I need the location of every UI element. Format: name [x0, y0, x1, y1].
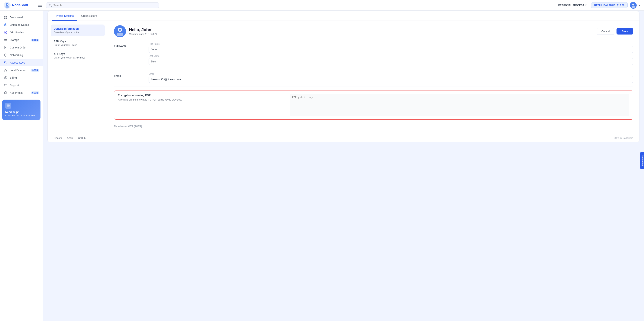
search-container	[46, 3, 159, 8]
email-fields: Email	[148, 73, 633, 83]
general-info-subtitle: Overview of your profile	[54, 31, 102, 34]
sidebar-item-label: Compute Nodes	[10, 23, 29, 26]
svg-rect-32	[4, 84, 7, 86]
svg-rect-8	[4, 16, 6, 17]
profile-info: Hello, John! Member since 11/13/2024	[129, 27, 157, 36]
user-dropdown-chevron-icon[interactable]: ▾	[639, 4, 640, 7]
discord-link[interactable]: Discord	[54, 136, 62, 139]
sidebar-item-load-balancer[interactable]: Load Balancer SOON	[0, 66, 43, 74]
help-card[interactable]: Need help? Check out our documentation	[2, 100, 40, 120]
first-name-group: First Name	[148, 43, 633, 53]
svg-rect-11	[6, 18, 7, 19]
sidebar-item-label: Custom Order	[10, 46, 26, 49]
svg-rect-36	[7, 104, 10, 107]
search-icon	[49, 4, 52, 7]
sidebar-item-access-keys[interactable]: Access Keys	[0, 59, 43, 66]
search-input[interactable]	[53, 4, 156, 7]
first-name-label: First Name	[148, 43, 633, 45]
menu-item-general-info[interactable]: General Information Overview of your pro…	[51, 25, 105, 36]
compute-icon	[4, 23, 8, 27]
email-input[interactable]	[148, 76, 633, 83]
sidebar-item-label: Access Keys	[10, 61, 25, 64]
svg-point-13	[5, 24, 6, 26]
gpu-icon	[4, 31, 8, 34]
cancel-button[interactable]: Cancel	[597, 28, 614, 35]
save-button[interactable]: Save	[616, 28, 633, 35]
tabs-bar: Profile Settings Organizations	[48, 11, 639, 21]
page-footer: Discord X.com GitHub 2024 © NodeShift	[48, 134, 639, 142]
sidebar-item-label: GPU Nodes	[10, 31, 24, 34]
svg-point-7	[632, 6, 635, 8]
pgp-input[interactable]	[290, 94, 629, 116]
refill-balance-button[interactable]: REFILL BALANCE: $10.00	[591, 2, 628, 8]
svg-point-26	[4, 71, 5, 71]
hamburger-button[interactable]	[37, 2, 43, 8]
sidebar-item-storage[interactable]: Storage SOON	[0, 36, 43, 44]
tab-profile-settings[interactable]: Profile Settings	[52, 11, 78, 21]
sidebar-item-gpu-nodes[interactable]: GPU Nodes	[0, 29, 43, 36]
last-name-input[interactable]	[148, 58, 633, 65]
general-info-title: General Information	[54, 27, 102, 30]
networking-icon	[4, 53, 8, 57]
svg-point-40	[116, 33, 123, 36]
full-name-row: Full Name First Name Last Name	[114, 43, 633, 69]
billing-icon: $	[4, 76, 8, 80]
pgp-subtitle: All emails will be encrypted if a PGP pu…	[118, 98, 285, 102]
navbar: NodeShift PERSONAL PROJECT ▾ REFILL BALA…	[0, 0, 644, 11]
copyright: 2024 © NodeShift	[614, 136, 633, 139]
project-chevron-icon: ▾	[585, 4, 586, 7]
sidebar-item-label: Kubernetes	[10, 91, 23, 94]
svg-point-2	[5, 6, 9, 8]
svg-line-28	[4, 70, 6, 71]
sidebar-item-label: Support	[10, 84, 19, 87]
help-icon	[5, 103, 11, 109]
svg-point-25	[5, 69, 6, 70]
sidebar-item-label: Storage	[10, 39, 19, 42]
profile-member-since: Member since 11/13/2024	[129, 33, 157, 36]
github-link[interactable]: GitHub	[78, 136, 86, 139]
logo[interactable]: NodeShift	[4, 2, 34, 9]
sidebar-item-label: Networking	[10, 54, 23, 57]
load-balancer-icon	[4, 68, 8, 72]
api-keys-subtitle: List of your external API keys	[54, 56, 102, 59]
sidebar-item-label: Load Balancer	[10, 69, 27, 72]
right-panel: Hello, John! Member since 11/13/2024 Can…	[108, 21, 639, 132]
project-selector[interactable]: PERSONAL PROJECT ▾	[556, 3, 589, 8]
header-actions: Cancel Save	[597, 28, 633, 35]
content-body: General Information Overview of your pro…	[48, 21, 639, 132]
profile-avatar	[114, 25, 126, 37]
ssh-keys-title: SSH Keys	[54, 40, 102, 43]
email-field-label: Email	[148, 73, 633, 75]
menu-item-ssh-keys[interactable]: SSH Keys List of your SSH keys	[51, 37, 105, 49]
svg-line-29	[6, 70, 7, 71]
main-content: 🏠 › Settings › Profile Settings › Genera…	[43, 0, 644, 147]
sidebar-item-kubernetes[interactable]: Kubernetes SOON	[0, 89, 43, 97]
storage-icon	[4, 38, 8, 42]
sidebar-item-support[interactable]: Support	[0, 81, 43, 89]
kubernetes-soon-badge: SOON	[31, 91, 39, 94]
pgp-section: Encrypt emails using PGP All emails will…	[114, 91, 633, 120]
svg-point-3	[6, 4, 8, 5]
storage-soon-badge: SOON	[31, 39, 39, 42]
svg-rect-9	[6, 16, 7, 17]
sidebar-item-custom-order[interactable]: Custom Order	[0, 44, 43, 51]
svg-point-6	[632, 4, 634, 6]
menu-item-api-keys[interactable]: API Keys List of your external API keys	[51, 50, 105, 62]
svg-text:$: $	[5, 77, 6, 79]
sidebar-item-compute-nodes[interactable]: Compute Nodes	[0, 21, 43, 29]
sidebar-item-dashboard[interactable]: Dashboard	[0, 14, 43, 21]
first-name-input[interactable]	[148, 46, 633, 53]
svg-marker-35	[4, 92, 7, 94]
sidebar-item-billing[interactable]: $ Billing	[0, 74, 43, 81]
svg-point-27	[6, 71, 7, 71]
kubernetes-icon	[4, 91, 8, 95]
xcom-link[interactable]: X.com	[66, 136, 74, 139]
user-avatar-button[interactable]	[630, 2, 637, 9]
profile-header: Hello, John! Member since 11/13/2024 Can…	[114, 25, 633, 37]
api-keys-title: API Keys	[54, 52, 102, 55]
sidebar-item-networking[interactable]: Networking	[0, 51, 43, 59]
dashboard-icon	[4, 16, 8, 19]
tab-organizations[interactable]: Organizations	[78, 11, 101, 21]
last-name-label: Last Name	[148, 55, 633, 57]
totp-label: Time-based OTP (TOTP)	[114, 123, 633, 128]
